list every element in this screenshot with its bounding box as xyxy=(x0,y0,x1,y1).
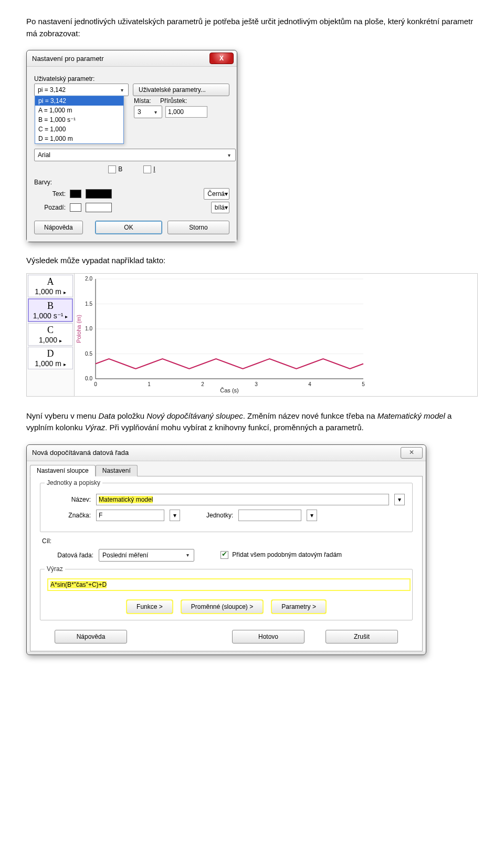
text-color-label: Text: xyxy=(34,190,66,198)
barvy-label: Barvy: xyxy=(34,179,229,186)
svg-text:3: 3 xyxy=(255,381,258,387)
svg-text:1: 1 xyxy=(148,381,151,387)
chevron-down-icon: ▾ xyxy=(183,552,192,558)
chevron-down-icon: ▾ xyxy=(151,109,160,115)
para-3: Nyní vyberu v menu Data položku Nový dop… xyxy=(26,410,478,434)
cancel-button[interactable]: Storno xyxy=(167,221,229,234)
pridat-label: Přidat všem podobným datovým řadám xyxy=(232,551,342,558)
svg-text:5: 5 xyxy=(362,381,365,387)
znacka-field[interactable]: F xyxy=(96,510,164,521)
param-val: 1,000 xyxy=(39,336,57,344)
bg-swatch-icon[interactable] xyxy=(70,203,81,212)
group-title: Výraz xyxy=(45,565,65,573)
svg-text:1.5: 1.5 xyxy=(85,300,92,306)
userparam-label: Uživatelský parametr: xyxy=(34,75,229,82)
italic-checkbox[interactable]: I xyxy=(143,165,155,173)
zrusit-button[interactable]: Zrušit xyxy=(326,630,398,644)
datovarada-combo[interactable]: Poslední měření ▾ xyxy=(99,549,194,562)
group-vyraz: Výraz A*sin(B*"čas"+C)+D Funkce > Proměn… xyxy=(40,569,413,620)
group-title: Jednotky a popisky xyxy=(45,479,102,486)
znacka-label: Značka: xyxy=(48,512,91,519)
chevron-down-icon[interactable]: ▾ xyxy=(307,510,317,521)
close-icon[interactable]: X xyxy=(209,53,234,64)
bold-checkbox[interactable]: B xyxy=(108,165,122,173)
vyraz-value: A*sin(B*"čas"+C)+D xyxy=(50,581,107,588)
prirustek-label: Přírůstek: xyxy=(160,97,187,105)
param-cell[interactable]: A 1,000 m ▸ xyxy=(28,275,73,297)
text-swatch-big-icon xyxy=(86,189,112,199)
param-name: B xyxy=(29,300,72,312)
nazev-field[interactable]: Matematický model xyxy=(96,494,389,505)
datovarada-label: Datová řada: xyxy=(50,552,93,559)
para-1: Po nastavení jednotlivých uživatelských … xyxy=(26,16,478,39)
chart-area: 0.00.51.01.52.0012345Čas (s)Poloha (m) xyxy=(75,274,477,396)
italic-label: I xyxy=(153,165,155,173)
tab-nastaveni[interactable]: Nastavení xyxy=(96,465,138,476)
parametry-button[interactable]: Parametry > xyxy=(271,600,326,614)
nazev-label: Název: xyxy=(48,496,91,503)
tab-strip: Nastavení sloupce Nastavení xyxy=(27,461,426,476)
param-val: 1,000 s⁻¹ xyxy=(33,312,64,320)
jednotky-field[interactable] xyxy=(238,510,301,521)
svg-text:4: 4 xyxy=(308,381,311,387)
jednotky-label: Jednotky: xyxy=(206,512,233,519)
param-name: A xyxy=(28,276,72,287)
param-name: D xyxy=(28,348,72,359)
param-cell[interactable]: C 1,000 ▸ xyxy=(28,323,73,346)
dropdown-list: pi = 3,142 A = 1,000 m B = 1,000 s⁻¹ C =… xyxy=(35,96,124,144)
svg-text:0.5: 0.5 xyxy=(85,350,92,356)
dialog-title: Nová dopočítávaná datová řada xyxy=(32,449,129,456)
chart-block: A 1,000 m ▸ B 1,000 s⁻¹ ▸ C 1,000 ▸ D 1,… xyxy=(26,273,478,397)
dd-item[interactable]: A = 1,000 m xyxy=(35,106,123,115)
param-val: 1,000 m xyxy=(35,287,61,296)
userparams-button[interactable]: Uživatelské parametry... xyxy=(133,84,229,96)
dialog-parametr: Nastavení pro parametr X Uživatelský par… xyxy=(26,50,237,242)
svg-text:1.0: 1.0 xyxy=(85,326,92,331)
text-color-combo[interactable]: Černá ▾ xyxy=(204,188,229,200)
dialog-nova-rada: Nová dopočítávaná datová řada ✕ Nastaven… xyxy=(26,444,426,655)
svg-text:Čas (s): Čas (s) xyxy=(220,387,238,393)
mista-combo[interactable]: 3 ▾ xyxy=(134,106,162,118)
close-icon[interactable]: ✕ xyxy=(401,447,423,459)
bg-color-label: Pozadí: xyxy=(34,204,66,211)
text-swatch-icon[interactable] xyxy=(70,190,81,198)
ok-button[interactable]: OK xyxy=(95,221,162,234)
funkce-button[interactable]: Funkce > xyxy=(127,600,173,614)
param-cell[interactable]: D 1,000 m ▸ xyxy=(28,347,73,369)
tab-nastaveni-sloupce[interactable]: Nastavení sloupce xyxy=(30,465,96,476)
bg-swatch-big-icon xyxy=(86,203,112,212)
userparam-combo[interactable]: pi = 3,142 ▾ pi = 3,142 A = 1,000 m B = … xyxy=(34,84,129,96)
color-name: Černá xyxy=(207,190,225,198)
dd-item[interactable]: B = 1,000 s⁻¹ xyxy=(35,115,123,124)
dd-item[interactable]: C = 1,000 xyxy=(35,124,123,134)
svg-text:2: 2 xyxy=(201,381,204,387)
combo-value: pi = 3,142 xyxy=(38,86,66,94)
dialog-titlebar: Nová dopočítávaná datová řada ✕ xyxy=(27,445,426,461)
svg-text:Poloha (m): Poloha (m) xyxy=(76,315,82,343)
promenne-button[interactable]: Proměnné (sloupce) > xyxy=(181,600,263,614)
font-combo[interactable]: Arial ▾ xyxy=(34,149,236,161)
prirustek-field[interactable]: 1,000 xyxy=(165,106,207,118)
mista-value: 3 xyxy=(138,108,141,116)
vyraz-field[interactable]: A*sin(B*"čas"+C)+D xyxy=(48,579,410,590)
param-name: C xyxy=(28,325,72,336)
bold-label: B xyxy=(118,165,122,173)
dd-item[interactable]: pi = 3,142 xyxy=(35,96,123,106)
dd-item[interactable]: D = 1,000 m xyxy=(35,134,123,143)
chevron-down-icon: ▾ xyxy=(118,87,126,93)
bg-color-combo[interactable]: bílá ▾ xyxy=(211,202,229,213)
chevron-down-icon[interactable]: ▾ xyxy=(170,510,180,521)
mista-label: Místa: xyxy=(134,97,151,105)
font-value: Arial xyxy=(38,151,50,159)
datovarada-value: Poslední měření xyxy=(102,552,148,559)
param-cell[interactable]: B 1,000 s⁻¹ ▸ xyxy=(28,298,73,322)
hotovo-button[interactable]: Hotovo xyxy=(232,630,304,644)
help-button[interactable]: Nápověda xyxy=(55,630,127,644)
help-button[interactable]: Nápověda xyxy=(34,221,83,234)
nazev-value: Matematický model xyxy=(99,496,153,503)
param-val: 1,000 m xyxy=(35,359,61,368)
color-name: bílá xyxy=(215,204,225,211)
chevron-down-icon[interactable]: ▾ xyxy=(394,494,405,505)
chevron-down-icon: ▾ xyxy=(225,152,233,158)
pridat-checkbox[interactable]: ✔ Přidat všem podobným datovým řadám xyxy=(220,551,342,559)
